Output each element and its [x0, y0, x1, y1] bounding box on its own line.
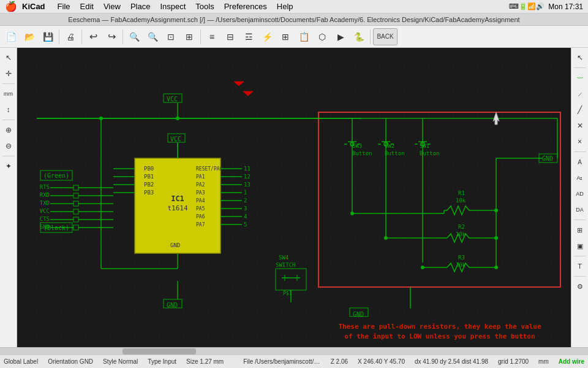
toolbar-zoom-area[interactable]: ⊞ [181, 28, 198, 45]
rt-wire[interactable]: 〰 [573, 71, 587, 85]
menu-view[interactable]: View [99, 2, 126, 11]
toolbar-open[interactable]: 📂 [21, 28, 38, 45]
rt-hier-label[interactable]: AD [573, 186, 587, 201]
lt-cross[interactable]: ✛ [1, 66, 16, 81]
svg-text:PA5: PA5 [196, 206, 205, 212]
apple-menu[interactable]: 🍎 [5, 1, 17, 12]
svg-text:5: 5 [244, 221, 247, 228]
statusbar: Global Label Orientation GND Style Norma… [0, 355, 588, 368]
svg-text:RESET/PA0: RESET/PA0 [196, 166, 223, 172]
toolbar-annotate[interactable]: ☲ [240, 28, 257, 45]
toolbar-netlist[interactable]: ⊟ [222, 28, 239, 45]
lt-minus[interactable]: ⊖ [1, 139, 16, 153]
svg-text:PB3: PB3 [144, 190, 154, 196]
rt-line[interactable]: ╱ [573, 102, 587, 117]
lt-mm[interactable]: mm [1, 86, 16, 101]
toolbar-zoom-fit[interactable]: ⊡ [162, 28, 179, 45]
toolbar-fields[interactable]: ⊞ [277, 28, 294, 45]
toolbar-new[interactable]: 📄 [2, 28, 20, 45]
rt-noconn[interactable]: × [573, 134, 587, 149]
status-orientation: Orientation GND [48, 358, 93, 365]
menu-file[interactable]: File [53, 2, 75, 11]
svg-text:PA4: PA4 [196, 198, 205, 204]
svg-text:R2: R2 [458, 224, 465, 230]
svg-text:PA2: PA2 [196, 182, 205, 188]
svg-text:PB1: PB1 [144, 174, 154, 180]
app-name: KiCad [22, 2, 45, 11]
svg-text:VCC: VCC [167, 96, 178, 102]
svg-text:IC1: IC1 [171, 194, 184, 203]
menubar: 🍎 KiCad File Edit View Place Inspect Too… [0, 0, 588, 13]
status-unit: mm [538, 358, 549, 365]
toolbar-zoom-in[interactable]: 🔍 [126, 28, 143, 45]
toolbar-sep5 [370, 29, 371, 44]
svg-text:PA7: PA7 [196, 222, 205, 228]
svg-text:CTS: CTS [40, 216, 50, 222]
status-grid: grid 1.2700 [498, 358, 529, 365]
svg-text:RTS: RTS [40, 184, 50, 190]
lt-sep2 [2, 120, 15, 120]
rt-add-power[interactable]: ▣ [573, 239, 587, 253]
svg-text:GND: GND [167, 302, 178, 309]
rt-sep5 [574, 276, 586, 277]
toolbar-zoom-out[interactable]: 🔍 [144, 28, 161, 45]
rt-sep2 [574, 151, 586, 152]
menu-inspect[interactable]: Inspect [155, 2, 190, 11]
svg-text:12: 12 [244, 174, 251, 180]
status-size: Size 1.27 mm [186, 358, 224, 365]
horizontal-scrollbar[interactable] [0, 347, 588, 355]
lt-expand[interactable]: ↕ [1, 102, 16, 117]
rt-netlabel[interactable]: A [573, 155, 587, 169]
menu-tools[interactable]: Tools [190, 2, 219, 11]
lt-star[interactable]: ✦ [1, 159, 16, 174]
menu-help[interactable]: Help [272, 2, 298, 11]
rt-sep3 [574, 220, 586, 220]
menu-edit[interactable]: Edit [75, 2, 99, 11]
rt-cursor[interactable]: ↖ [573, 50, 587, 65]
rt-glabel[interactable]: A₂ [573, 171, 587, 185]
toolbar-sep1 [59, 29, 59, 44]
menu-preferences[interactable]: Preferences [219, 2, 272, 11]
svg-point-121 [350, 212, 354, 215]
toolbar-erc[interactable]: ⚡ [258, 28, 276, 45]
svg-text:PA1: PA1 [196, 174, 205, 180]
svg-text:SWITCH: SWITCH [276, 262, 296, 268]
svg-text:2: 2 [244, 197, 247, 204]
lt-cursor[interactable]: ↖ [1, 50, 16, 65]
rt-image[interactable]: ⚙ [573, 279, 587, 294]
rt-sep1 [574, 67, 586, 68]
toolbar-pcb[interactable]: ⬡ [314, 28, 331, 45]
menu-place[interactable]: Place [126, 2, 156, 11]
svg-text:R3: R3 [458, 255, 465, 261]
svg-text:VCC: VCC [40, 208, 50, 214]
svg-text:Button: Button [385, 150, 405, 156]
toolbar-undo[interactable]: ↩ [85, 28, 102, 45]
lt-sep1 [2, 83, 15, 84]
toolbar-sim[interactable]: ▶ [332, 28, 349, 45]
canvas-area[interactable]: (Green) RTS RXD TXD VCC CTS GND [17, 48, 571, 347]
toolbar-print[interactable]: 🖨 [62, 28, 79, 45]
status-global-label: Global Label [4, 358, 38, 365]
toolbar-py[interactable]: 🐍 [350, 28, 368, 45]
toolbar-save[interactable]: 💾 [39, 28, 56, 45]
toolbar-bom[interactable]: 📋 [295, 28, 312, 45]
svg-text:(Black): (Black) [43, 224, 69, 231]
scroll-thumb-h[interactable] [123, 348, 196, 355]
lt-plus[interactable]: ⊕ [1, 123, 16, 137]
rt-sep4 [574, 256, 586, 256]
toolbar-back[interactable]: BACK [373, 28, 398, 45]
toolbar-sep4 [200, 29, 201, 44]
toolbar-redo[interactable]: ↪ [103, 28, 120, 45]
toolbar-hierarchy[interactable]: ≡ [203, 28, 221, 45]
right-toolbar: ↖ 〰 ⟋ ╱ ✕ × A A₂ AD DA ⊞ ▣ T ⚙ [571, 48, 588, 347]
rt-add-symbol[interactable]: ⊞ [573, 223, 587, 237]
svg-point-74 [176, 117, 179, 120]
rt-da[interactable]: DA [573, 202, 587, 217]
svg-text:SW4: SW4 [279, 255, 288, 261]
rt-junction[interactable]: ✕ [573, 118, 587, 133]
rt-text[interactable]: T [573, 259, 587, 274]
svg-text:GND: GND [170, 242, 180, 248]
svg-text:1: 1 [244, 190, 247, 196]
menu-right: ⌨🔋📶🔊 Mon 17:31 [509, 2, 583, 11]
rt-bus[interactable]: ⟋ [573, 86, 587, 101]
